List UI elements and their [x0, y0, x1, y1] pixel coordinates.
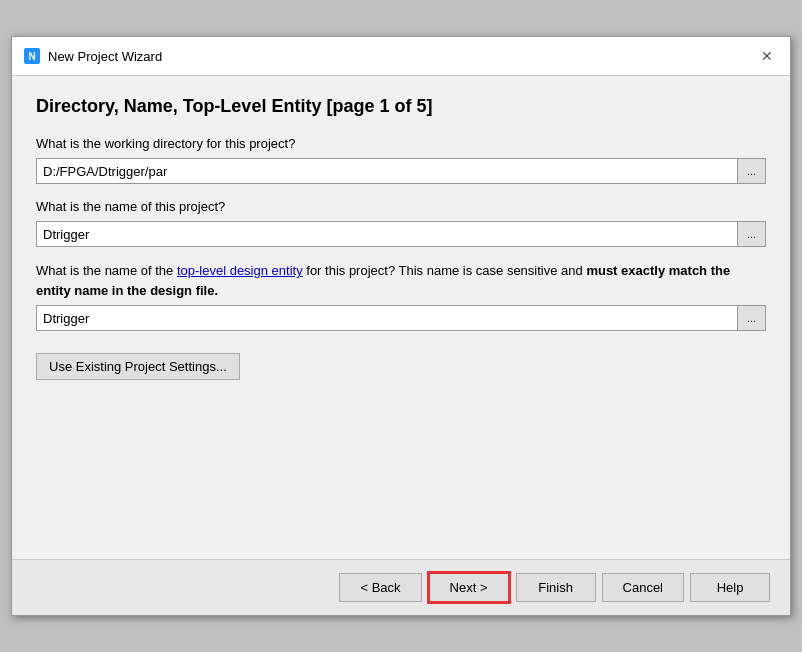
finish-button[interactable]: Finish [516, 573, 596, 602]
app-icon: N [24, 48, 40, 64]
working-dir-label: What is the working directory for this p… [36, 135, 766, 153]
project-name-input[interactable] [36, 221, 738, 247]
dialog-title: New Project Wizard [48, 49, 162, 64]
help-button[interactable]: Help [690, 573, 770, 602]
top-entity-label: What is the name of the top-level design… [36, 261, 766, 300]
use-existing-button[interactable]: Use Existing Project Settings... [36, 353, 240, 380]
title-bar-left: N New Project Wizard [24, 48, 162, 64]
project-name-browse-button[interactable]: ... [738, 221, 766, 247]
new-project-wizard-dialog: N New Project Wizard ✕ Directory, Name, … [11, 36, 791, 616]
title-bar: N New Project Wizard ✕ [12, 37, 790, 76]
close-button[interactable]: ✕ [756, 45, 778, 67]
dialog-footer: < Back Next > Finish Cancel Help [12, 559, 790, 615]
page-heading: Directory, Name, Top-Level Entity [page … [36, 96, 766, 117]
cancel-button[interactable]: Cancel [602, 573, 684, 602]
project-name-label: What is the name of this project? [36, 198, 766, 216]
top-entity-input-row: ... [36, 305, 766, 331]
working-dir-input[interactable] [36, 158, 738, 184]
top-entity-must-text: must exactly match the entity name in th… [36, 263, 730, 298]
project-name-input-row: ... [36, 221, 766, 247]
top-entity-browse-button[interactable]: ... [738, 305, 766, 331]
top-entity-label-highlight: top-level design entity [177, 263, 303, 278]
project-name-section: What is the name of this project? ... [36, 198, 766, 247]
back-button[interactable]: < Back [339, 573, 421, 602]
next-button[interactable]: Next > [428, 572, 510, 603]
top-entity-section: What is the name of the top-level design… [36, 261, 766, 331]
top-entity-input[interactable] [36, 305, 738, 331]
working-dir-browse-button[interactable]: ... [738, 158, 766, 184]
working-dir-section: What is the working directory for this p… [36, 135, 766, 184]
working-dir-input-row: ... [36, 158, 766, 184]
dialog-content: Directory, Name, Top-Level Entity [page … [12, 76, 790, 559]
